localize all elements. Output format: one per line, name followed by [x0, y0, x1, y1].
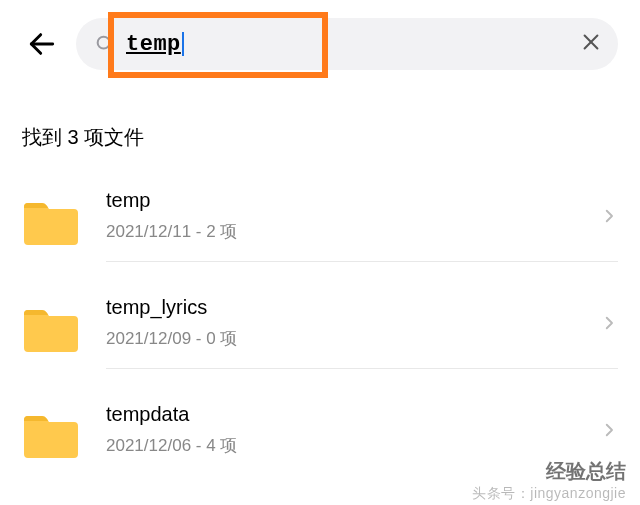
results-list: temp 2021/12/11 - 2 项 temp_lyrics 2021/1…: [0, 169, 640, 489]
watermark-sub: 头条号：jingyanzongjie: [472, 485, 626, 503]
list-item-body: tempdata 2021/12/06 - 4 项: [106, 397, 618, 475]
folder-icon: [22, 306, 80, 354]
svg-line-2: [108, 47, 112, 51]
list-item-body: temp 2021/12/11 - 2 项: [106, 183, 618, 262]
svg-point-1: [98, 37, 110, 49]
chevron-right-icon: [600, 421, 618, 439]
list-item-text: temp 2021/12/11 - 2 项: [106, 189, 590, 243]
results-count-label: 找到 3 项文件: [0, 88, 640, 169]
list-item-body: temp_lyrics 2021/12/09 - 0 项: [106, 290, 618, 369]
folder-icon: [22, 199, 80, 247]
list-item[interactable]: temp_lyrics 2021/12/09 - 0 项: [0, 276, 640, 383]
watermark-main: 经验总结: [546, 458, 626, 485]
search-icon: [94, 33, 116, 55]
folder-meta: 2021/12/06 - 4 项: [106, 434, 590, 457]
arrow-left-icon: [26, 28, 58, 60]
folder-meta: 2021/12/11 - 2 项: [106, 220, 590, 243]
close-icon: [580, 31, 602, 53]
back-button[interactable]: [22, 24, 62, 64]
folder-meta: 2021/12/09 - 0 项: [106, 327, 590, 350]
list-item[interactable]: tempdata 2021/12/06 - 4 项: [0, 383, 640, 489]
folder-name: temp: [106, 189, 590, 212]
list-item-text: tempdata 2021/12/06 - 4 项: [106, 403, 590, 457]
search-input[interactable]: temp: [76, 18, 618, 70]
list-item[interactable]: temp 2021/12/11 - 2 项: [0, 169, 640, 276]
search-value: temp: [126, 32, 181, 57]
folder-icon: [22, 412, 80, 460]
chevron-right-icon: [600, 207, 618, 225]
chevron-right-icon: [600, 314, 618, 332]
list-item-text: temp_lyrics 2021/12/09 - 0 项: [106, 296, 590, 350]
folder-name: temp_lyrics: [106, 296, 590, 319]
header: temp: [0, 0, 640, 88]
text-caret: [182, 32, 184, 56]
folder-name: tempdata: [106, 403, 590, 426]
clear-button[interactable]: [580, 31, 602, 57]
